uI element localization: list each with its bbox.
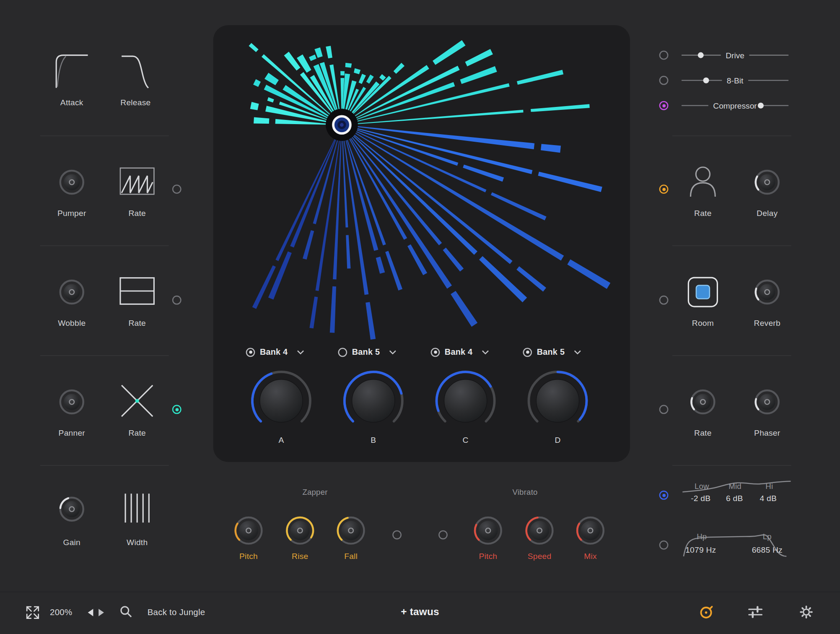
- bank-select-a[interactable]: Bank 4: [246, 344, 304, 360]
- panner-enable-radio[interactable]: [172, 405, 181, 414]
- divider: [672, 355, 791, 356]
- bank-c-radio[interactable]: [431, 348, 440, 357]
- eq-enable-radio[interactable]: [659, 491, 669, 500]
- filter-hp-label: Hp: [697, 532, 707, 540]
- filter-hp-value[interactable]: 1079 Hz: [685, 545, 716, 554]
- pumper-enable-radio[interactable]: [172, 184, 181, 194]
- phaser-knob[interactable]: [754, 389, 780, 415]
- filter-lp-value[interactable]: 6685 Hz: [752, 545, 783, 554]
- pumper-knob[interactable]: [59, 169, 85, 195]
- zapper-title: Zapper: [302, 488, 327, 496]
- drive-slider[interactable]: Drive: [682, 55, 789, 56]
- vibrato-speed-knob[interactable]: [525, 516, 554, 545]
- bank-select-d[interactable]: Bank 5: [523, 344, 581, 360]
- bit-slider[interactable]: 8-Bit: [682, 80, 789, 81]
- zapper-fall-knob[interactable]: [337, 516, 366, 545]
- haas-enable-radio[interactable]: [659, 184, 669, 194]
- bank-b-radio[interactable]: [338, 348, 347, 357]
- back-to-jungle-link[interactable]: Back to Jungle: [148, 608, 205, 617]
- divider: [672, 465, 791, 465]
- delay-label: Delay: [757, 208, 778, 218]
- vibrato-pitch-knob[interactable]: [474, 516, 503, 545]
- drive-radio[interactable]: [659, 51, 669, 60]
- drive-label: Drive: [721, 51, 749, 60]
- eq-low-value[interactable]: -2 dB: [691, 494, 710, 503]
- phaser-rate-label: Rate: [694, 428, 712, 437]
- eq-mid-value[interactable]: 6 dB: [726, 494, 743, 503]
- zoom-level[interactable]: 200%: [50, 608, 72, 617]
- mixer-sliders-icon[interactable]: [748, 605, 763, 619]
- reverb-knob[interactable]: [754, 279, 780, 305]
- bank-select-c[interactable]: Bank 4: [431, 344, 489, 360]
- vibrato-enable-radio[interactable]: [438, 530, 448, 540]
- width-lines-icon: [123, 491, 151, 525]
- bit-slider-handle[interactable]: [703, 78, 709, 83]
- macro-d-knob[interactable]: [526, 370, 589, 432]
- release-envelope-icon: [119, 49, 152, 90]
- eq-mid-label: Mid: [729, 482, 741, 490]
- gear-icon[interactable]: [798, 604, 814, 620]
- eq-hi-label: Hi: [765, 482, 773, 490]
- macro-d-label: D: [555, 435, 560, 444]
- tuner-icon[interactable]: [698, 604, 714, 620]
- gain-label: Gain: [63, 538, 80, 547]
- drive-slider-handle[interactable]: [698, 52, 704, 58]
- panner-knob[interactable]: [59, 389, 85, 415]
- bank-b-label: Bank 5: [352, 347, 380, 357]
- panner-rate-label: Rate: [128, 428, 146, 437]
- eq-low-label: Low: [695, 482, 709, 490]
- zapper-pitch-knob[interactable]: [234, 516, 263, 545]
- reverb-enable-radio[interactable]: [659, 296, 669, 305]
- divider: [40, 465, 169, 465]
- bank-a-radio[interactable]: [246, 348, 255, 357]
- plugin-window: Attack Release Pumper Rate Wobble Rate P…: [0, 0, 840, 634]
- head-icon: [687, 164, 718, 197]
- eq-hi-value[interactable]: 4 dB: [760, 494, 777, 503]
- divider: [672, 245, 791, 246]
- divider: [40, 245, 169, 246]
- reverb-label: Reverb: [754, 318, 780, 327]
- search-icon[interactable]: [119, 605, 133, 619]
- divider: [40, 135, 169, 136]
- macro-b-knob[interactable]: [342, 370, 404, 432]
- compressor-label: Compressor: [708, 101, 762, 110]
- phaser-label: Phaser: [754, 428, 780, 437]
- back-arrow-icon[interactable]: [88, 609, 93, 616]
- zapper-rise-knob[interactable]: [285, 516, 314, 545]
- macro-c-knob[interactable]: [435, 370, 497, 432]
- filter-enable-radio[interactable]: [659, 540, 669, 550]
- wobble-label: Wobble: [58, 318, 86, 327]
- delay-knob[interactable]: [754, 169, 780, 195]
- width-label: Width: [127, 538, 148, 547]
- compressor-slider-handle[interactable]: [758, 103, 764, 109]
- room-label: Room: [692, 318, 714, 327]
- pumper-rate-label: Rate: [128, 208, 146, 218]
- bank-d-radio[interactable]: [523, 348, 532, 357]
- forward-arrow-icon[interactable]: [99, 609, 104, 616]
- compressor-slider[interactable]: Compressor: [682, 105, 789, 107]
- phaser-enable-radio[interactable]: [659, 405, 669, 414]
- macro-a-knob[interactable]: [250, 370, 312, 432]
- bank-a-label: Bank 4: [260, 347, 288, 357]
- room-icon[interactable]: [687, 276, 718, 307]
- zapper-enable-radio[interactable]: [392, 530, 402, 540]
- preset-title[interactable]: + tawus: [401, 606, 439, 618]
- gain-knob[interactable]: [59, 496, 85, 522]
- release-label: Release: [120, 98, 150, 107]
- compressor-radio[interactable]: [659, 101, 669, 110]
- vibrato-mix-label: Mix: [584, 551, 597, 561]
- vibrato-title: Vibrato: [512, 488, 537, 496]
- chevron-down-icon: [482, 350, 489, 355]
- vibrato-mix-knob[interactable]: [576, 516, 605, 545]
- bit-radio[interactable]: [659, 76, 669, 85]
- bank-select-b[interactable]: Bank 5: [338, 344, 396, 360]
- vibrato-speed-label: Speed: [528, 551, 552, 561]
- phaser-rate-knob[interactable]: [690, 389, 716, 415]
- zapper-pitch-label: Pitch: [239, 551, 258, 561]
- zapper-fall-label: Fall: [344, 551, 358, 561]
- expand-icon[interactable]: [25, 605, 40, 620]
- wobble-knob[interactable]: [59, 279, 85, 305]
- wobble-enable-radio[interactable]: [172, 296, 181, 305]
- saw-wave-icon: [119, 167, 155, 195]
- panner-label: Panner: [59, 428, 85, 437]
